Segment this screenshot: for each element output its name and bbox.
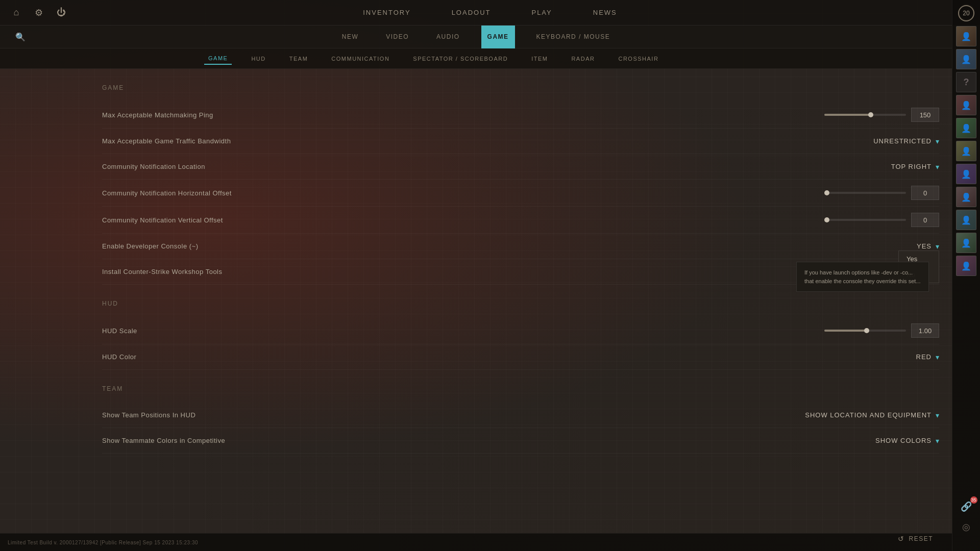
notif-h-slider-container[interactable] (824, 192, 906, 194)
tab-crosshair[interactable]: CROSSHAIR (614, 53, 663, 64)
ping-slider-track[interactable] (824, 114, 906, 116)
second-bar: 🔍 NEW VIDEO AUDIO GAME KEYBOARD / MOUSE (0, 26, 952, 48)
search-icon[interactable]: 🔍 (15, 32, 26, 42)
setting-dev-console-label: Enable Developer Console (~) (102, 242, 857, 250)
sidebar-avatar-7[interactable]: 👤 (956, 187, 976, 207)
sidebar-avatar-2[interactable]: 👤 (956, 49, 976, 69)
sidebar-avatar-6[interactable]: 👤 (956, 164, 976, 184)
sidebar-avatar-4[interactable]: 👤 (956, 118, 976, 138)
setting-ping-label: Max Acceptable Matchmaking Ping (102, 111, 824, 119)
nav-game[interactable]: GAME (481, 26, 515, 48)
notif-v-slider-track[interactable] (824, 219, 906, 221)
sidebar-player-level: 20 (958, 5, 974, 21)
sidebar-avatar-3[interactable]: 👤 (956, 95, 976, 115)
hud-scale-control: 1.00 (824, 323, 939, 338)
hud-scale-track[interactable] (824, 330, 906, 332)
ping-slider-container[interactable] (824, 114, 906, 116)
setting-bandwidth-label: Max Acceptable Game Traffic Bandwidth (102, 137, 857, 145)
nav-inventory[interactable]: INVENTORY (358, 6, 415, 19)
settings-icon[interactable]: ⚙ (33, 7, 45, 19)
setting-hud-color: HUD Color RED ▾ (102, 344, 939, 370)
sidebar-avatar-10[interactable]: 👤 (956, 256, 976, 276)
hud-scale-slider-container[interactable] (824, 330, 906, 332)
setting-notif-location: Community Notification Location TOP RIGH… (102, 154, 939, 180)
tab-team[interactable]: TEAM (285, 53, 312, 64)
notif-v-slider-thumb[interactable] (824, 217, 829, 222)
setting-notif-v-offset-label: Community Notification Vertical Offset (102, 216, 824, 224)
nav-play[interactable]: PLAY (526, 6, 557, 19)
home-icon[interactable]: ⌂ (10, 7, 22, 19)
notif-location-dropdown[interactable]: TOP RIGHT ▾ (857, 163, 939, 171)
sidebar-extra-icon[interactable]: ◎ (956, 518, 976, 536)
right-sidebar: 20 👤 👤 ? 👤 👤 👤 👤 👤 👤 👤 (952, 0, 980, 551)
team-positions-value: SHOW LOCATION AND EQUIPMENT (805, 411, 932, 419)
bandwidth-value: UNRESTRICTED (873, 137, 932, 145)
ping-slider-thumb[interactable] (868, 112, 873, 117)
teammate-colors-value: SHOW COLORS (875, 437, 932, 444)
notif-v-value: 0 (911, 213, 939, 227)
hud-scale-value: 1.00 (911, 323, 939, 338)
ping-value: 150 (911, 108, 939, 122)
nav-loadout[interactable]: LOADOUT (447, 6, 496, 19)
setting-ping-control: 150 (824, 108, 939, 122)
tab-game[interactable]: GAME (204, 53, 232, 65)
reset-label: RESET (909, 535, 933, 542)
ping-slider-fill (824, 114, 871, 116)
nav-audio[interactable]: AUDIO (430, 26, 466, 48)
team-section-header: Team (102, 380, 939, 400)
tab-spectator-scoreboard[interactable]: SPECTATOR / SCOREBOARD (409, 53, 512, 64)
teammate-colors-chevron-icon: ▾ (936, 437, 939, 445)
sidebar-avatar-9[interactable]: 👤 (956, 233, 976, 253)
hud-color-chevron-icon: ▾ (936, 353, 939, 361)
nav-new[interactable]: NEW (336, 26, 365, 48)
team-positions-dropdown[interactable]: SHOW LOCATION AND EQUIPMENT ▾ (805, 411, 939, 419)
tab-radar[interactable]: RADAR (567, 53, 599, 64)
nav-video[interactable]: VIDEO (380, 26, 415, 48)
hud-scale-fill (824, 330, 867, 332)
bandwidth-dropdown[interactable]: UNRESTRICTED ▾ (857, 137, 939, 145)
nav-keyboard-mouse[interactable]: KEYBOARD / MOUSE (530, 26, 617, 48)
sidebar-avatar-8[interactable]: 👤 (956, 210, 976, 230)
notif-location-value: TOP RIGHT (891, 163, 932, 170)
setting-team-positions-label: Show Team Positions In HUD (102, 411, 805, 419)
team-positions-chevron-icon: ▾ (936, 411, 939, 419)
setting-bandwidth: Max Acceptable Game Traffic Bandwidth UN… (102, 129, 939, 154)
game-section: Game Max Acceptable Matchmaking Ping 150 (102, 79, 939, 285)
top-nav: INVENTORY LOADOUT PLAY NEWS (92, 6, 888, 19)
tab-communication[interactable]: COMMUNICATION (327, 53, 394, 64)
main-content: Game Max Acceptable Matchmaking Ping 150 (102, 69, 939, 531)
tab-item[interactable]: ITEM (527, 53, 552, 64)
sidebar-avatar-1[interactable]: 👤 (956, 26, 976, 46)
setting-notif-h-offset-control: 0 (824, 186, 939, 200)
sidebar-avatar-5[interactable]: 👤 (956, 141, 976, 161)
top-bar: ⌂ ⚙ ⏻ INVENTORY LOADOUT PLAY NEWS 20 (0, 0, 980, 26)
setting-workshop-tools: Install Counter-Strike Workshop Tools If… (102, 259, 939, 285)
teammate-colors-dropdown[interactable]: SHOW COLORS ▾ (857, 437, 939, 445)
game-section-header: Game (102, 79, 939, 99)
hud-color-value: RED (916, 353, 932, 361)
dev-console-dropdown-container: YES ▾ Yes No (857, 242, 939, 251)
build-info: Limited Test Build v. 2000127/13942 [Pub… (8, 540, 198, 545)
setting-notif-h-offset-label: Community Notification Horizontal Offset (102, 189, 824, 197)
setting-notif-h-offset: Community Notification Horizontal Offset… (102, 180, 939, 207)
notif-h-slider-thumb[interactable] (824, 190, 829, 195)
nav-news[interactable]: NEWS (588, 6, 622, 19)
hud-section-header: Hud (102, 295, 939, 315)
power-icon[interactable]: ⏻ (55, 7, 67, 19)
notif-h-slider-track[interactable] (824, 192, 906, 194)
notif-location-chevron-icon: ▾ (936, 163, 939, 171)
setting-notif-location-label: Community Notification Location (102, 163, 857, 170)
notif-v-slider-container[interactable] (824, 219, 906, 221)
team-section: Team Show Team Positions In HUD SHOW LOC… (102, 380, 939, 454)
workshop-tooltip: If you have launch options like -dev or … (796, 262, 929, 292)
reset-button[interactable]: ↺ RESET (892, 532, 939, 546)
hud-scale-thumb[interactable] (864, 328, 869, 333)
hud-color-dropdown[interactable]: RED ▾ (857, 353, 939, 361)
dev-console-dropdown[interactable]: YES ▾ (857, 242, 939, 251)
tab-hud[interactable]: HUD (247, 53, 270, 64)
setting-teammate-colors-label: Show Teammate Colors in Competitive (102, 437, 857, 444)
sidebar-avatar-question[interactable]: ? (956, 72, 976, 92)
reset-icon: ↺ (898, 535, 905, 543)
sidebar-link-icon[interactable]: 🔗 35 (956, 497, 976, 515)
setting-ping: Max Acceptable Matchmaking Ping 150 (102, 102, 939, 129)
